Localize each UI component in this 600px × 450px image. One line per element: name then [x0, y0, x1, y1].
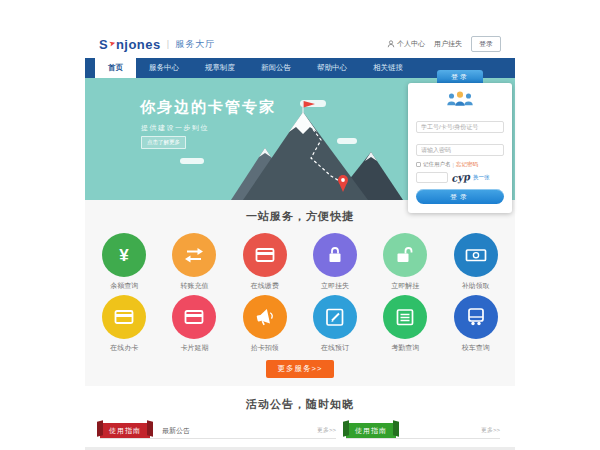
password-input[interactable] — [416, 144, 504, 156]
login-tab[interactable]: 登录 — [437, 70, 483, 83]
announcement-panels: 使用指南 最新公告 更多>> 使用指南 更多>> — [85, 423, 515, 439]
nav-item-service-center[interactable]: 服务中心 — [136, 58, 192, 78]
flag-pole — [302, 101, 303, 114]
announcements-title: 活动公告，随时知晓 — [85, 397, 515, 412]
service-found-card-claim[interactable]: 拾卡招领 — [230, 295, 300, 353]
logo-text: S — [99, 37, 108, 52]
remember-checkbox[interactable] — [416, 162, 421, 167]
logo-divider: | — [167, 39, 169, 49]
unlock-icon — [393, 243, 417, 267]
tab-latest-announcements[interactable]: 最新公告 — [162, 426, 190, 436]
lock-icon — [323, 243, 347, 267]
service-school-bus-inquiry[interactable]: 校车查询 — [440, 295, 510, 353]
nav-item-home[interactable]: 首页 — [95, 58, 136, 78]
more-link-left[interactable]: 更多>> — [317, 426, 336, 435]
service-subsidy-collect[interactable]: 补助领取 — [440, 233, 510, 291]
nav-item-regulations[interactable]: 规章制度 — [192, 58, 248, 78]
announcement-panel-right: 使用指南 更多>> — [346, 423, 500, 439]
transfer-arrows-icon — [182, 243, 206, 267]
captcha-row: cyp 换一张 — [416, 172, 504, 183]
bus-icon — [464, 305, 488, 329]
captcha-image[interactable]: cyp — [450, 171, 470, 184]
remember-row: 记住用户名 | 忘记密码 — [416, 161, 504, 168]
username-input[interactable] — [416, 121, 504, 133]
header-login-button[interactable]: 登录 — [471, 36, 501, 52]
svg-text:¥: ¥ — [119, 246, 129, 265]
service-online-payment[interactable]: 在线缴费 — [230, 233, 300, 291]
megaphone-icon — [253, 305, 277, 329]
hero-cta-button[interactable]: 点击了解更多 — [141, 136, 186, 149]
nav-item-help-center[interactable]: 帮助中心 — [304, 58, 360, 78]
mountain-illustration — [203, 100, 403, 200]
bank-card-icon — [182, 305, 206, 329]
banknote-icon — [464, 243, 488, 267]
service-report-loss[interactable]: 立即挂失 — [300, 233, 370, 291]
site-wrapper: S➤njones | 服务大厅 个人中心 用户挂失 登录 首页 服务中心 规章制… — [85, 30, 515, 450]
cloud-icon — [180, 158, 204, 164]
captcha-input[interactable] — [416, 172, 448, 183]
bank-card-icon — [253, 243, 277, 267]
services-grid: ¥ 余额查询 转账充值 在线缴费 — [85, 233, 515, 357]
services-section: 一站服务，方便快捷 ¥ 余额查询 转账充值 — [85, 200, 515, 386]
forgot-password-link[interactable]: 忘记密码 — [456, 161, 478, 168]
service-online-card-apply[interactable]: 在线办卡 — [89, 295, 159, 353]
service-card-extension[interactable]: 卡片延期 — [159, 295, 229, 353]
edit-icon — [323, 305, 347, 329]
service-attendance-inquiry[interactable]: 考勤查询 — [370, 295, 440, 353]
user-loss-report-label: 用户挂失 — [434, 39, 462, 49]
login-submit-button[interactable]: 登录 — [416, 189, 504, 204]
hero-subtitle: 提供建设一步到位 — [141, 123, 209, 133]
personal-center-link[interactable]: 个人中心 — [387, 39, 425, 49]
yuan-icon: ¥ — [112, 243, 136, 267]
user-loss-report-link[interactable]: 用户挂失 — [434, 39, 462, 49]
tab-usage-guide-right[interactable]: 使用指南 — [346, 423, 396, 438]
divider: | — [453, 162, 454, 168]
logo[interactable]: S➤njones | 服务大厅 — [99, 37, 215, 52]
tab-usage-guide-left[interactable]: 使用指南 — [100, 423, 150, 438]
service-transfer-recharge[interactable]: 转账充值 — [159, 233, 229, 291]
schedule-icon — [393, 305, 417, 329]
more-link-right[interactable]: 更多>> — [481, 426, 500, 435]
flag-icon — [304, 101, 315, 108]
person-icon — [387, 40, 395, 48]
remember-label: 记住用户名 — [423, 161, 451, 168]
users-group-icon — [416, 90, 504, 111]
service-online-booking[interactable]: 在线预订 — [300, 295, 370, 353]
personal-center-label: 个人中心 — [397, 39, 425, 49]
page-canvas: S➤njones | 服务大厅 个人中心 用户挂失 登录 首页 服务中心 规章制… — [0, 0, 600, 450]
refresh-captcha-link[interactable]: 换一张 — [473, 174, 490, 181]
bank-card-icon — [112, 305, 136, 329]
service-balance-inquiry[interactable]: ¥ 余额查询 — [89, 233, 159, 291]
login-card: 记住用户名 | 忘记密码 cyp 换一张 登录 — [408, 83, 512, 213]
header-links: 个人中心 用户挂失 登录 — [387, 36, 501, 52]
login-panel: 登录 记住用户名 | 忘记密码 — [408, 70, 512, 213]
site-tagline: 服务大厅 — [175, 38, 215, 51]
more-services-button[interactable]: 更多服务>> — [266, 360, 335, 378]
service-cancel-loss[interactable]: 立即解挂 — [370, 233, 440, 291]
site-header: S➤njones | 服务大厅 个人中心 用户挂失 登录 — [85, 30, 515, 58]
nav-item-news[interactable]: 新闻公告 — [248, 58, 304, 78]
announcements-section: 活动公告，随时知晓 使用指南 最新公告 更多>> 使用指南 更多>> — [85, 386, 515, 450]
announcement-panel-left: 使用指南 最新公告 更多>> — [100, 423, 336, 439]
logo-text-rest: njones — [116, 37, 161, 52]
